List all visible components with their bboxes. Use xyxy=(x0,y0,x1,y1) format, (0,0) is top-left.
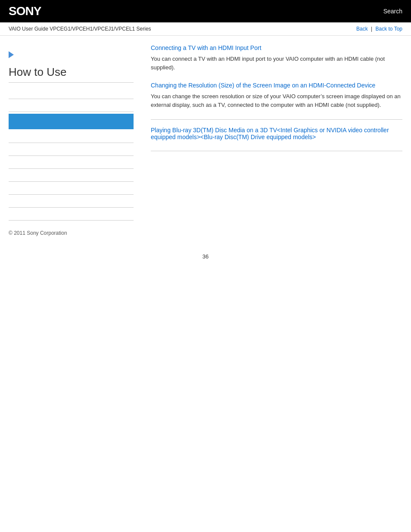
section1-title-link[interactable]: Connecting a TV with an HDMI Input Port xyxy=(151,44,402,51)
footer: © 2011 Sony Corporation xyxy=(0,221,411,245)
content-section-2: Changing the Resolution (Size) of the Sc… xyxy=(151,82,402,109)
sidebar: How to Use xyxy=(9,36,142,221)
sidebar-highlight-item[interactable] xyxy=(9,114,134,129)
list-item xyxy=(9,87,134,99)
sony-logo: SONY xyxy=(9,4,41,18)
guide-title: VAIO User Guide VPCEG1/VPCEH1/VPCEJ1/VPC… xyxy=(9,26,151,32)
page-number: 36 xyxy=(0,245,411,268)
chevron-right-icon xyxy=(9,51,14,58)
sidebar-title: How to Use xyxy=(9,65,134,83)
content-section-1: Connecting a TV with an HDMI Input Port … xyxy=(151,44,402,72)
nav-links: Back | Back to Top xyxy=(356,26,402,32)
nav-bar: VAIO User Guide VPCEG1/VPCEH1/VPCEJ1/VPC… xyxy=(0,22,411,36)
copyright-text: © 2011 Sony Corporation xyxy=(9,230,67,236)
list-item xyxy=(9,196,134,208)
nav-separator: | xyxy=(371,26,372,32)
section2-description: You can change the screen resolution or … xyxy=(151,92,402,109)
list-item xyxy=(9,208,134,221)
section1-description: You can connect a TV with an HDMI input … xyxy=(151,55,402,72)
list-item xyxy=(9,183,134,195)
search-button[interactable]: Search xyxy=(383,8,402,15)
header: SONY Search xyxy=(0,0,411,22)
content-section-3: Playing Blu-ray 3D(TM) Disc Media on a 3… xyxy=(151,127,402,140)
content-area: Connecting a TV with an HDMI Input Port … xyxy=(142,36,402,221)
content-divider-2 xyxy=(151,151,402,151)
list-item xyxy=(9,131,134,143)
section3-title-link[interactable]: Playing Blu-ray 3D(TM) Disc Media on a 3… xyxy=(151,127,402,140)
list-item xyxy=(9,100,134,112)
content-divider-1 xyxy=(151,119,402,120)
back-link[interactable]: Back xyxy=(356,26,368,32)
list-item xyxy=(9,144,134,156)
list-item xyxy=(9,157,134,169)
section2-title-link[interactable]: Changing the Resolution (Size) of the Sc… xyxy=(151,82,402,89)
main-container: How to Use Connecting a TV with an HDMI … xyxy=(0,36,411,221)
list-item xyxy=(9,170,134,182)
back-to-top-link[interactable]: Back to Top xyxy=(376,26,402,32)
